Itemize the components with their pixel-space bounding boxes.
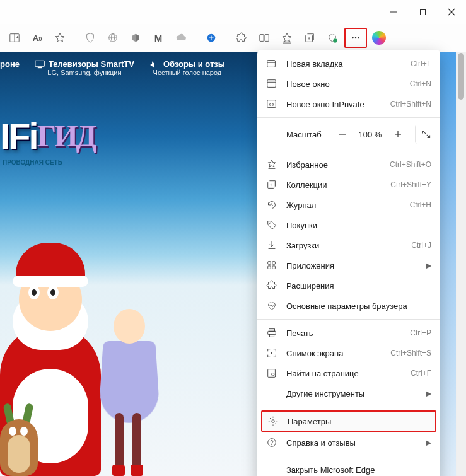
puzzle-icon <box>266 280 277 291</box>
minimize-button[interactable] <box>379 0 408 24</box>
ext-blue-circle-icon[interactable] <box>201 27 222 49</box>
browser-essentials-icon[interactable] <box>322 27 343 49</box>
menu-shortcut: Ctrl+F <box>411 369 431 378</box>
favorites-icon[interactable] <box>276 27 298 49</box>
menu-new-tab[interactable]: Новая вкладка Ctrl+T <box>257 54 440 74</box>
menu-extensions[interactable]: Расширения <box>257 276 440 296</box>
svg-rect-27 <box>267 80 276 88</box>
menu-more-tools[interactable]: Другие инструменты ▶ <box>257 383 440 403</box>
submenu-arrow-icon: ▶ <box>426 389 431 398</box>
favorite-star-icon[interactable] <box>49 27 71 49</box>
menu-settings[interactable]: Параметры <box>261 410 436 432</box>
menu-screenshot[interactable]: Снимок экрана Ctrl+Shift+S <box>257 343 440 363</box>
menu-find[interactable]: Найти на странице Ctrl+F <box>257 363 440 383</box>
scroll-thumb[interactable] <box>458 53 464 100</box>
svg-rect-44 <box>269 329 275 332</box>
menu-separator <box>257 151 440 151</box>
svg-rect-13 <box>265 35 269 42</box>
site-logo: IFiГИД <box>0 115 95 157</box>
ext-cloud-icon[interactable] <box>170 27 192 49</box>
menu-shortcut: Ctrl+N <box>410 79 431 88</box>
vertical-scrollbar[interactable] <box>456 52 466 476</box>
svg-rect-23 <box>35 61 44 66</box>
window-titlebar <box>0 0 466 24</box>
browser-toolbar: A)) M <box>0 24 466 52</box>
menu-label: Покупки <box>286 221 431 230</box>
menu-apps[interactable]: Приложения ▶ <box>257 255 440 276</box>
history-icon <box>266 199 277 211</box>
menu-print[interactable]: Печать Ctrl+P <box>257 323 440 343</box>
tag-icon <box>266 219 277 231</box>
more-menu-button[interactable] <box>344 28 367 48</box>
submenu-arrow-icon: ▶ <box>426 438 431 447</box>
ext-hex-icon[interactable] <box>125 27 146 49</box>
menu-label: Снимок экрана <box>286 349 382 358</box>
menu-shopping[interactable]: Покупки <box>257 215 440 235</box>
submenu-arrow-icon: ▶ <box>426 261 431 270</box>
inprivate-icon <box>266 98 277 110</box>
menu-downloads[interactable]: Загрузки Ctrl+J <box>257 235 440 255</box>
nav-item-reviews[interactable]: Обзоры и отзы Честный голос народ <box>149 59 225 76</box>
new-tab-icon <box>266 58 277 69</box>
main-menu: Новая вкладка Ctrl+T Новое окно Ctrl+N Н… <box>257 50 440 476</box>
maximize-button[interactable] <box>408 0 437 24</box>
ext-globe-icon[interactable] <box>102 27 124 49</box>
menu-label: Другие инструменты <box>286 389 417 398</box>
nav-item-smarttv[interactable]: Телевизоры SmartTV LG, Samsung, функции <box>35 59 134 76</box>
ext-m-icon[interactable]: M <box>148 27 169 49</box>
menu-history[interactable]: Журнал Ctrl+H <box>257 195 440 215</box>
menu-label: Избранное <box>286 160 381 170</box>
menu-label: Печать <box>286 328 401 338</box>
menu-shortcut: Ctrl+Shift+N <box>390 100 431 108</box>
help-icon <box>266 437 277 448</box>
menu-help[interactable]: Справка и отзывы ▶ <box>257 432 440 453</box>
zoom-value: 100 % <box>357 130 383 139</box>
critter-illustration <box>0 400 44 476</box>
ext-shield-icon[interactable] <box>79 27 101 49</box>
new-window-icon <box>266 78 277 90</box>
menu-shortcut: Ctrl+T <box>411 59 431 68</box>
svg-rect-25 <box>267 61 276 67</box>
menu-collections[interactable]: Коллекции Ctrl+Shift+Y <box>257 175 440 195</box>
menu-performance[interactable]: Основные параметры браузера <box>257 296 440 316</box>
menu-favorites[interactable]: Избранное Ctrl+Shift+O <box>257 154 440 175</box>
menu-shortcut: Ctrl+Shift+Y <box>390 180 431 189</box>
girl-illustration <box>88 274 170 476</box>
menu-separator <box>257 456 440 456</box>
menu-label: Коллекции <box>286 180 382 190</box>
pulse-icon <box>266 300 277 311</box>
menu-close-edge[interactable]: Закрыть Microsoft Edge <box>257 460 440 476</box>
screenshot-icon <box>266 347 277 359</box>
zoom-label: Масштаб <box>266 130 328 139</box>
site-logo-sub: ПРОВОДНАЯ СЕТЬ <box>3 159 62 166</box>
zoom-in-button[interactable] <box>388 125 407 144</box>
menu-label: Основные параметры браузера <box>286 301 431 311</box>
content-edge <box>440 52 456 476</box>
extensions-icon[interactable] <box>231 27 252 49</box>
nav-sublabel: LG, Samsung, функции <box>47 69 121 76</box>
fullscreen-button[interactable] <box>415 125 434 144</box>
split-screen-icon[interactable] <box>253 27 275 49</box>
nav-item-1[interactable]: роне <box>0 59 20 76</box>
menu-shortcut: Ctrl+Shift+S <box>390 349 431 357</box>
svg-point-30 <box>269 104 271 106</box>
blank-icon <box>266 388 277 399</box>
apps-icon <box>266 260 277 271</box>
collections-icon <box>266 179 277 190</box>
svg-point-54 <box>271 444 272 445</box>
gear-icon <box>267 415 279 427</box>
tab-actions-icon[interactable] <box>4 27 25 49</box>
close-window-button[interactable] <box>437 0 466 24</box>
read-aloud-icon[interactable]: A)) <box>26 27 48 49</box>
menu-label: Закрыть Microsoft Edge <box>286 465 431 475</box>
menu-shortcut: Ctrl+H <box>410 200 431 209</box>
svg-point-19 <box>333 38 337 42</box>
menu-label: Приложения <box>286 261 417 270</box>
menu-new-window[interactable]: Новое окно Ctrl+N <box>257 74 440 94</box>
svg-point-20 <box>352 37 354 39</box>
zoom-out-button[interactable] <box>333 125 352 144</box>
collections-icon[interactable] <box>299 27 320 49</box>
find-icon <box>266 368 277 379</box>
menu-inprivate[interactable]: Новое окно InPrivate Ctrl+Shift+N <box>257 94 440 114</box>
copilot-icon[interactable] <box>372 31 386 45</box>
